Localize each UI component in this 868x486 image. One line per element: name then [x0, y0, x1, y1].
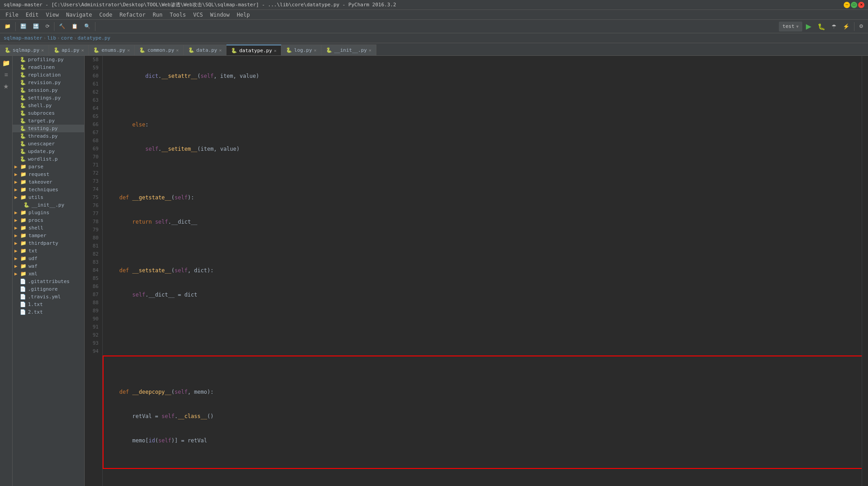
main-layout: 📁 ≡ ★ 🐍 profiling.py 🐍 readlinen 🐍 repli…: [0, 56, 868, 486]
menu-file[interactable]: File: [2, 11, 22, 19]
sidebar-folder-waf[interactable]: ▶ 📁 waf: [13, 262, 84, 270]
code-line-62: [106, 169, 858, 177]
menu-view[interactable]: View: [42, 11, 63, 19]
menu-run[interactable]: Run: [149, 11, 166, 19]
sidebar-item-update[interactable]: 🐍 update.py: [13, 148, 84, 155]
toolbar-btn-4[interactable]: 🔨: [56, 21, 68, 32]
sidebar-item-1txt[interactable]: 📄 1.txt: [13, 301, 84, 308]
toolbar-btn-2[interactable]: 🔜: [30, 21, 42, 32]
sidebar-item-wordlist[interactable]: 🐍 wordlist.p: [13, 155, 84, 163]
menu-help[interactable]: Help: [233, 11, 253, 19]
breadcrumb-lib[interactable]: lib: [47, 35, 56, 41]
sidebar-item-target[interactable]: 🐍 target.py: [13, 117, 84, 125]
menu-edit[interactable]: Edit: [22, 11, 42, 19]
tab-api[interactable]: 🐍 api.py ✕: [49, 45, 89, 55]
toolbar-project-btn[interactable]: 📁: [2, 21, 14, 32]
sidebar-item-threads[interactable]: 🐍 threads.py: [13, 132, 84, 140]
tab-data-close[interactable]: ✕: [219, 48, 222, 53]
menu-navigate[interactable]: Navigate: [63, 11, 96, 19]
subproces-icon: 🐍: [20, 110, 26, 116]
tab-log-close[interactable]: ✕: [314, 48, 316, 53]
sidebar-item-settings[interactable]: 🐍 settings.py: [13, 94, 84, 102]
breadcrumb-sep-3: ›: [74, 35, 77, 41]
sidebar-item-travis[interactable]: 📄 .travis.yml: [13, 293, 84, 301]
tab-datatype-close[interactable]: ✕: [274, 48, 276, 53]
breadcrumb-core[interactable]: core: [61, 35, 73, 41]
tab-common-close[interactable]: ✕: [176, 48, 179, 53]
tab-sqlmap-close[interactable]: ✕: [41, 48, 44, 53]
sidebar-folder-shell-label: shell: [28, 225, 43, 231]
sidebar-folder-xml[interactable]: ▶ 📁 xml: [13, 270, 84, 278]
sidebar-item-gitattributes[interactable]: 📄 .gitattributes: [13, 278, 84, 285]
maximize-button[interactable]: □: [851, 2, 857, 8]
tab-init[interactable]: 🐍 __init__.py ✕: [321, 45, 376, 55]
sidebar-folder-techniques[interactable]: ▶ 📁 techniques: [13, 186, 84, 194]
menu-refactor[interactable]: Refactor: [116, 11, 149, 19]
code-line-68: [106, 315, 858, 323]
sidebar-item-profiling[interactable]: 🐍 profiling.py: [13, 56, 84, 63]
sidebar-folder-plugins[interactable]: ▶ 📁 plugins: [13, 209, 84, 216]
breadcrumb-root[interactable]: sqlmap-master: [4, 35, 42, 41]
run-button[interactable]: ▶: [803, 21, 814, 32]
sidebar-folder-parse[interactable]: ▶ 📁 parse: [13, 163, 84, 171]
run-config-selector[interactable]: test ▼: [779, 22, 802, 32]
sidebar-folder-utils[interactable]: ▶ 📁 utils: [13, 194, 84, 201]
tab-log[interactable]: 🐍 log.py ✕: [281, 45, 321, 55]
sidebar-item-gitignore[interactable]: 📄 .gitignore: [13, 285, 84, 293]
tab-sqlmap-icon: 🐍: [5, 47, 11, 53]
run-config-dropdown[interactable]: ▼: [796, 24, 799, 29]
right-gutter: [862, 56, 868, 486]
tab-sqlmap[interactable]: 🐍 sqlmap.py ✕: [0, 45, 49, 55]
minimize-button[interactable]: ─: [844, 2, 850, 8]
editor-scroll[interactable]: 5859606162 6364656667 6869707172 7374757…: [85, 56, 868, 486]
sidebar-item-replication[interactable]: 🐍 replication: [13, 71, 84, 79]
toolbar-btn-1[interactable]: 🔙: [18, 21, 29, 32]
sidebar-item-testing[interactable]: 🐍 testing.py: [13, 125, 84, 132]
tab-data[interactable]: 🐍 data.py ✕: [184, 45, 226, 55]
menu-vcs[interactable]: VCS: [190, 11, 207, 19]
sidebar-folder-txt[interactable]: ▶ 📁 txt: [13, 247, 84, 255]
structure-icon-btn[interactable]: ≡: [1, 69, 12, 80]
sidebar-item-session[interactable]: 🐍 session.py: [13, 86, 84, 94]
sidebar-folder-takeover[interactable]: ▶ 📁 takeover: [13, 178, 84, 186]
settings-button[interactable]: ⚙: [856, 21, 866, 32]
sidebar-item-unescaper[interactable]: 🐍 unescaper: [13, 140, 84, 148]
menu-code[interactable]: Code: [96, 11, 116, 19]
tab-enums-close[interactable]: ✕: [127, 48, 130, 53]
sidebar-item-gitattributes-label: .gitattributes: [28, 279, 70, 284]
close-button[interactable]: ✕: [858, 2, 864, 8]
sidebar-item-init2[interactable]: 🐍 __init__.py: [13, 201, 84, 209]
menu-tools[interactable]: Tools: [166, 11, 190, 19]
sidebar-item-2txt[interactable]: 📄 2.txt: [13, 308, 84, 316]
sidebar-folder-request[interactable]: ▶ 📁 request: [13, 171, 84, 178]
tab-common[interactable]: 🐍 common.py ✕: [135, 45, 184, 55]
sidebar-item-readlinen[interactable]: 🐍 readlinen: [13, 63, 84, 71]
sidebar-item-subproces[interactable]: 🐍 subproces: [13, 109, 84, 117]
toolbar-btn-5[interactable]: 📋: [69, 21, 81, 32]
coverage-button[interactable]: ☂: [829, 21, 839, 32]
sidebar-folder-thirdparty[interactable]: ▶ 📁 thirdparty: [13, 239, 84, 247]
sidebar-folder-procs[interactable]: ▶ 📁 procs: [13, 216, 84, 224]
debug-button[interactable]: 🐛: [815, 21, 828, 32]
tamper-folder-icon: ▶ 📁: [14, 233, 27, 238]
tab-init-close[interactable]: ✕: [369, 48, 371, 53]
tab-enums[interactable]: 🐍 enums.py ✕: [89, 45, 135, 55]
tab-datatype[interactable]: 🐍 datatype.py ✕: [226, 45, 281, 55]
tab-api-close[interactable]: ✕: [81, 48, 84, 53]
code-content[interactable]: dict.__setattr__(self, item, value) else…: [103, 56, 862, 486]
sidebar-folder-tamper[interactable]: ▶ 📁 tamper: [13, 232, 84, 239]
profile-button[interactable]: ⚡: [840, 21, 852, 32]
toolbar-sep-4: [854, 22, 854, 31]
sidebar-item-revision[interactable]: 🐍 revision.py: [13, 79, 84, 86]
sidebar-folder-shell[interactable]: ▶ 📁 shell: [13, 224, 84, 232]
sidebar-folder-plugins-label: plugins: [28, 210, 49, 216]
project-icon-btn[interactable]: 📁: [1, 58, 12, 68]
sidebar-item-shell[interactable]: 🐍 shell.py: [13, 102, 84, 109]
breadcrumb-file[interactable]: datatype.py: [77, 35, 110, 41]
sidebar-folder-udf[interactable]: ▶ 📁 udf: [13, 255, 84, 262]
favorites-icon-btn[interactable]: ★: [1, 81, 12, 92]
menu-window[interactable]: Window: [207, 11, 233, 19]
sidebar-item-profiling-label: profiling.py: [28, 57, 63, 63]
toolbar-btn-6[interactable]: 🔍: [81, 21, 93, 32]
toolbar-btn-3[interactable]: ⟳: [43, 21, 52, 32]
